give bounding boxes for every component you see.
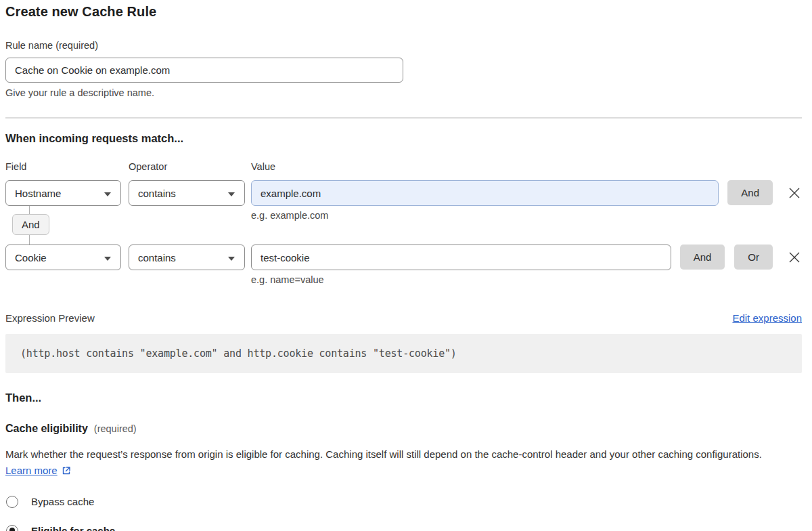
expression-preview-label: Expression Preview bbox=[5, 312, 95, 324]
edit-expression-link[interactable]: Edit expression bbox=[732, 312, 802, 324]
cache-eligibility-heading-row: Cache eligibility (required) bbox=[5, 423, 802, 435]
connector-and-button[interactable]: And bbox=[12, 214, 49, 235]
cache-eligibility-radio-group: Bypass cache Eligible for cache bbox=[5, 496, 802, 531]
close-icon bbox=[787, 186, 802, 200]
value-hint: e.g. name=value bbox=[251, 274, 324, 285]
value-input[interactable] bbox=[251, 180, 719, 206]
or-button[interactable]: Or bbox=[734, 245, 773, 270]
radio-label: Bypass cache bbox=[31, 496, 94, 507]
remove-condition-button[interactable] bbox=[787, 250, 802, 265]
value-column-label: Value bbox=[251, 161, 275, 172]
condition-connector: And bbox=[5, 206, 802, 245]
description-text: Mark whether the request’s response from… bbox=[5, 448, 762, 460]
learn-more-link[interactable]: Learn more bbox=[5, 465, 58, 476]
operator-select-value: contains bbox=[138, 252, 176, 263]
field-select[interactable]: Hostname bbox=[5, 180, 121, 206]
condition-column-labels: Field Operator Value bbox=[5, 161, 802, 172]
required-note: (required) bbox=[94, 423, 137, 434]
radio-bypass-cache[interactable]: Bypass cache bbox=[5, 496, 802, 508]
value-wrap: e.g. name=value bbox=[251, 245, 671, 270]
field-select-value: Cookie bbox=[15, 252, 47, 263]
page-title: Create new Cache Rule bbox=[5, 4, 802, 20]
field-select[interactable]: Cookie bbox=[5, 245, 121, 270]
radio-icon bbox=[6, 496, 18, 508]
rule-name-input[interactable] bbox=[5, 58, 403, 83]
chevron-down-icon bbox=[228, 257, 235, 261]
chevron-down-icon bbox=[104, 257, 111, 261]
operator-select[interactable]: contains bbox=[129, 245, 245, 270]
expression-header: Expression Preview Edit expression bbox=[5, 312, 802, 324]
expression-code-block: (http.host contains "example.com" and ht… bbox=[5, 334, 802, 373]
chevron-down-icon bbox=[228, 192, 235, 196]
value-wrap: e.g. example.com bbox=[251, 180, 719, 206]
operator-select[interactable]: contains bbox=[129, 180, 245, 206]
cache-eligibility-heading: Cache eligibility bbox=[5, 423, 88, 435]
external-link-icon bbox=[62, 466, 71, 477]
radio-icon bbox=[6, 525, 18, 531]
create-cache-rule-page: Create new Cache Rule Rule name (require… bbox=[0, 0, 812, 531]
then-heading: Then... bbox=[5, 391, 802, 404]
remove-condition-button[interactable] bbox=[787, 186, 802, 200]
rule-name-help: Give your rule a descriptive name. bbox=[5, 87, 802, 98]
radio-eligible-for-cache[interactable]: Eligible for cache bbox=[5, 525, 802, 531]
operator-column-label: Operator bbox=[129, 161, 251, 172]
radio-label: Eligible for cache bbox=[31, 525, 115, 531]
rule-name-section: Rule name (required) Give your rule a de… bbox=[5, 40, 802, 98]
close-icon bbox=[787, 250, 802, 265]
operator-select-value: contains bbox=[138, 188, 176, 199]
value-input[interactable] bbox=[251, 245, 671, 270]
condition-row: Cookie contains e.g. name=value And Or bbox=[5, 245, 802, 270]
rule-name-label: Rule name (required) bbox=[5, 40, 802, 51]
field-column-label: Field bbox=[5, 161, 129, 172]
and-button[interactable]: And bbox=[680, 245, 725, 270]
field-select-value: Hostname bbox=[15, 188, 61, 199]
section-divider bbox=[5, 117, 802, 119]
and-button[interactable]: And bbox=[727, 180, 773, 205]
cache-eligibility-description: Mark whether the request’s response from… bbox=[5, 446, 790, 481]
match-heading: When incoming requests match... bbox=[5, 132, 802, 145]
condition-row: Hostname contains e.g. example.com And bbox=[5, 180, 802, 206]
chevron-down-icon bbox=[104, 192, 111, 196]
spacer bbox=[5, 270, 802, 312]
